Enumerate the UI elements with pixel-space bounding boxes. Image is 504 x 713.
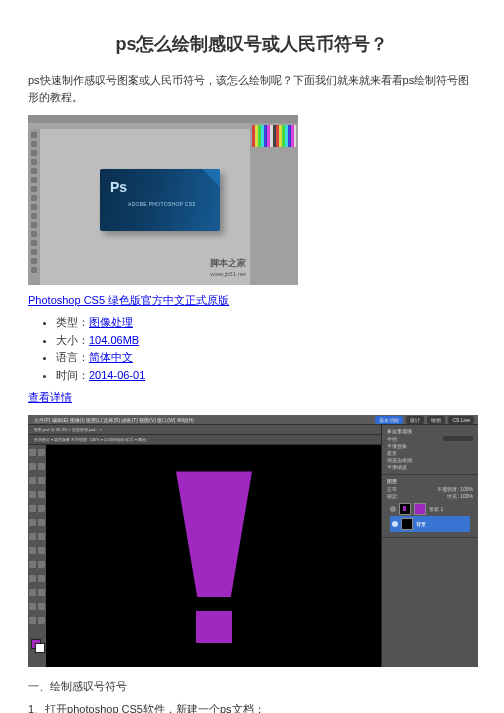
panel-layers: 图层 正常 不透明度: 100% 锁定: 填充: 100% 形状 1 bbox=[382, 475, 478, 538]
tool-icon bbox=[38, 463, 45, 470]
view-detail-link[interactable]: 查看详情 bbox=[28, 390, 476, 405]
panel-radius-field bbox=[443, 436, 473, 441]
panel-star: 星形 bbox=[387, 450, 397, 456]
tool-icon bbox=[29, 547, 36, 554]
info-lang-label: 语言： bbox=[56, 351, 89, 363]
blend-mode: 正常 bbox=[387, 486, 397, 492]
download-link[interactable]: Photoshop CS5 绿色版官方中文正式原版 bbox=[28, 294, 229, 306]
screenshot-ps-splash: Ps ADOBE PHOTOSHOP CS5 脚本之家 www.jb51.net bbox=[28, 115, 298, 285]
layer-name-bg: 背景 bbox=[416, 521, 426, 527]
step-1: 1、打开photoshop CS5软件，新建一个ps文档； bbox=[28, 702, 476, 713]
exclamation-body bbox=[176, 471, 252, 597]
page-title: ps怎么绘制感叹号或人民币符号？ bbox=[28, 32, 476, 56]
tool-icon bbox=[29, 589, 36, 596]
tool-icon bbox=[38, 561, 45, 568]
swatches-panel bbox=[252, 125, 296, 147]
info-type-value[interactable]: 图像处理 bbox=[89, 316, 133, 328]
tool-icon bbox=[38, 491, 45, 498]
layer-row-selected: 背景 bbox=[390, 516, 470, 532]
tool-icon bbox=[38, 617, 45, 624]
background-color-swatch bbox=[35, 643, 45, 653]
tool-icon bbox=[38, 603, 45, 610]
layer-name: 形状 1 bbox=[429, 506, 443, 512]
info-size: 大小：104.06MB bbox=[56, 332, 476, 350]
ps-right-panel bbox=[250, 123, 298, 285]
exclamation-shape bbox=[176, 471, 252, 643]
panel-polygon-title: 多边形选项 bbox=[387, 428, 473, 434]
info-type-label: 类型： bbox=[56, 316, 89, 328]
tool-icon bbox=[29, 463, 36, 470]
tool-icon bbox=[38, 449, 45, 456]
chip-design: 设计 bbox=[406, 416, 424, 424]
tool-icon bbox=[29, 603, 36, 610]
layer-mask-thumb bbox=[414, 503, 426, 515]
tool-icon bbox=[29, 575, 36, 582]
section-heading-1: 一、绘制感叹号符号 bbox=[28, 679, 476, 694]
layer-thumb bbox=[401, 518, 413, 530]
info-time-value[interactable]: 2014-06-01 bbox=[89, 369, 145, 381]
info-lang-value[interactable]: 简体中文 bbox=[89, 351, 133, 363]
ps2-menubar: 文件(F) 编辑(E) 图像(I) 图层(L) 选择(S) 滤镜(T) 视图(V… bbox=[28, 415, 478, 425]
tool-icon bbox=[29, 617, 36, 624]
layer-row: 形状 1 bbox=[390, 502, 470, 516]
tool-icon bbox=[38, 519, 45, 526]
panel-smooth-indent: 平滑缩进 bbox=[387, 464, 407, 470]
ps2-menubar-right: 基本功能 设计 绘画 CS Live bbox=[375, 416, 474, 424]
tool-icon bbox=[29, 561, 36, 568]
info-size-value[interactable]: 104.06MB bbox=[89, 334, 139, 346]
screenshot-exclamation: 文件(F) 编辑(E) 图像(I) 图层(L) 选择(S) 滤镜(T) 视图(V… bbox=[28, 415, 478, 667]
ps2-tools-panel bbox=[28, 445, 47, 667]
watermark: 脚本之家 www.jb51.net bbox=[210, 259, 246, 279]
info-size-label: 大小： bbox=[56, 334, 89, 346]
info-type: 类型：图像处理 bbox=[56, 314, 476, 332]
ps2-menu-items: 文件(F) 编辑(E) 图像(I) 图层(L) 选择(S) 滤镜(T) 视图(V… bbox=[34, 417, 194, 423]
ps2-canvas bbox=[46, 445, 382, 667]
tool-icon bbox=[38, 533, 45, 540]
tool-icon bbox=[29, 491, 36, 498]
ps-splash-screen: Ps ADOBE PHOTOSHOP CS5 bbox=[100, 169, 220, 231]
layers-list: 形状 1 背景 bbox=[387, 500, 473, 534]
tool-icon bbox=[29, 519, 36, 526]
info-time: 时间：2014-06-01 bbox=[56, 367, 476, 385]
info-time-label: 时间： bbox=[56, 369, 89, 381]
ps2-right-panels: 多边形选项 半径: 平滑拐角 星形 缩进边依据: 平滑缩进 图层 正常 不透明度… bbox=[381, 425, 478, 667]
exclamation-dot bbox=[196, 611, 232, 643]
tool-icon bbox=[29, 477, 36, 484]
tool-icon bbox=[38, 589, 45, 596]
panel-layers-title: 图层 bbox=[387, 478, 473, 484]
panel-radius-label: 半径: bbox=[387, 436, 398, 442]
chip-cslive: CS Live bbox=[448, 416, 474, 424]
fill-label: 填充: 100% bbox=[447, 493, 473, 499]
tool-icon bbox=[29, 533, 36, 540]
ps-tools-panel bbox=[28, 129, 40, 285]
tool-icon bbox=[38, 477, 45, 484]
splash-fold bbox=[202, 169, 220, 187]
tool-icon bbox=[29, 449, 36, 456]
panel-indent: 缩进边依据: bbox=[387, 457, 413, 463]
chip-essentials: 基本功能 bbox=[375, 416, 403, 424]
opacity-label: 不透明度: 100% bbox=[437, 486, 473, 492]
lock-label: 锁定: bbox=[387, 493, 398, 499]
intro-text: ps快速制作感叹号图案或人民币符号，该怎么绘制呢？下面我们就来就来看看ps绘制符… bbox=[28, 72, 476, 105]
watermark-sub: www.jb51.net bbox=[210, 271, 246, 277]
layer-thumb bbox=[399, 503, 411, 515]
ps-menubar bbox=[28, 115, 298, 123]
panel-smooth-corner: 平滑拐角 bbox=[387, 443, 407, 449]
tool-icon bbox=[38, 505, 45, 512]
info-lang: 语言：简体中文 bbox=[56, 349, 476, 367]
visibility-icon bbox=[390, 506, 396, 512]
tool-icon bbox=[38, 547, 45, 554]
tool-icon bbox=[38, 575, 45, 582]
watermark-main: 脚本之家 bbox=[210, 258, 246, 268]
panel-polygon-options: 多边形选项 半径: 平滑拐角 星形 缩进边依据: 平滑缩进 bbox=[382, 425, 478, 475]
visibility-icon bbox=[392, 521, 398, 527]
software-info-list: 类型：图像处理 大小：104.06MB 语言：简体中文 时间：2014-06-0… bbox=[28, 314, 476, 384]
tool-icon bbox=[29, 505, 36, 512]
chip-paint: 绘画 bbox=[427, 416, 445, 424]
splash-product-text: ADOBE PHOTOSHOP CS5 bbox=[128, 201, 195, 207]
ps-logo-text: Ps bbox=[110, 179, 127, 195]
